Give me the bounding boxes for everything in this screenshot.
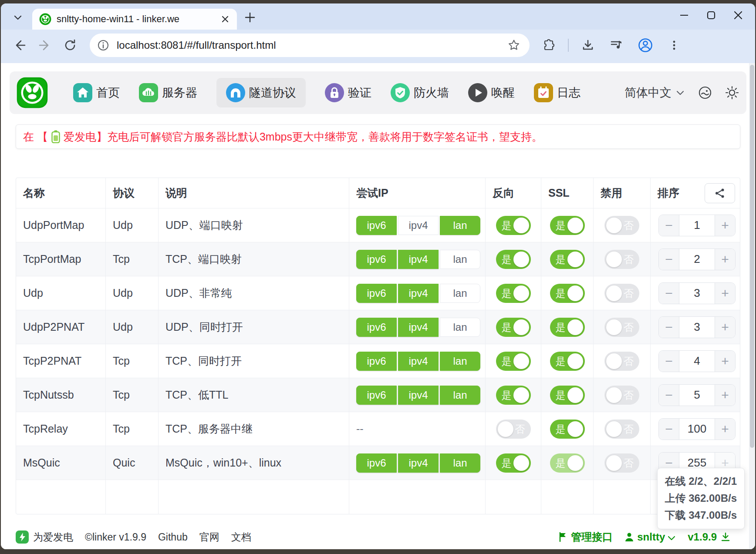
- reverse-toggle[interactable]: 是: [496, 386, 531, 405]
- segment-ipv6[interactable]: ipv6: [356, 352, 397, 371]
- user-menu[interactable]: snltty: [624, 531, 676, 543]
- sort-decrease-button[interactable]: −: [659, 351, 679, 372]
- segment-ipv4[interactable]: ipv4: [398, 386, 439, 405]
- segment-lan[interactable]: lan: [440, 284, 480, 303]
- nav-item-server[interactable]: 服务器: [139, 83, 197, 102]
- nav-item-home[interactable]: 首页: [73, 83, 120, 102]
- minimize-button[interactable]: [671, 4, 698, 27]
- segment-ipv6[interactable]: ipv6: [356, 453, 397, 473]
- segment-lan[interactable]: lan: [440, 386, 480, 405]
- sort-value-input[interactable]: 2: [679, 249, 715, 270]
- nav-item-log[interactable]: 日志: [534, 83, 580, 102]
- banner-sponsor-link[interactable]: 爱发电】: [64, 130, 107, 144]
- segment-ipv4[interactable]: ipv4: [398, 318, 439, 337]
- ssl-toggle[interactable]: 是: [550, 318, 585, 337]
- segment-ipv4[interactable]: ipv4: [398, 284, 439, 303]
- nav-item-tunnel-active[interactable]: 隧道协议: [216, 78, 306, 107]
- segment-lan[interactable]: lan: [440, 250, 480, 269]
- nav-item-firewall[interactable]: 防火墙: [391, 83, 449, 102]
- browser-tab[interactable]: snltty-home-win11 - linker.we: [32, 9, 237, 30]
- close-window-button[interactable]: [725, 4, 752, 27]
- sort-value-input[interactable]: 100: [679, 419, 715, 440]
- tab-search-button[interactable]: [9, 9, 27, 26]
- reverse-toggle[interactable]: 是: [496, 216, 531, 235]
- disabled-toggle[interactable]: 否: [604, 250, 639, 269]
- sort-increase-button[interactable]: +: [715, 419, 735, 440]
- maximize-button[interactable]: [698, 4, 725, 27]
- footer-site-link[interactable]: 官网: [199, 530, 219, 544]
- tab-close-button[interactable]: [219, 13, 232, 26]
- sort-increase-button[interactable]: +: [715, 351, 735, 372]
- ssl-toggle[interactable]: 是: [550, 420, 585, 439]
- sort-value-input[interactable]: 1: [679, 215, 715, 236]
- segment-lan[interactable]: lan: [440, 318, 480, 337]
- sort-decrease-button[interactable]: −: [659, 215, 679, 236]
- browser-menu-button[interactable]: [665, 36, 684, 55]
- sort-decrease-button[interactable]: −: [659, 317, 679, 338]
- sort-decrease-button[interactable]: −: [659, 283, 679, 304]
- sort-value-input[interactable]: 3: [679, 283, 715, 304]
- downloads-button[interactable]: [578, 36, 597, 55]
- admin-api-button[interactable]: 管理接口: [558, 530, 613, 544]
- ssl-toggle[interactable]: 是: [550, 386, 585, 405]
- segment-lan[interactable]: lan: [440, 216, 480, 235]
- segment-lan[interactable]: lan: [440, 352, 480, 371]
- version-download-link[interactable]: v1.9.9: [688, 531, 733, 543]
- back-button[interactable]: [10, 35, 30, 55]
- nav-item-verify[interactable]: 验证: [325, 83, 371, 102]
- ssl-toggle[interactable]: 是: [550, 216, 585, 235]
- sort-value-input[interactable]: 4: [679, 351, 715, 372]
- url-bar[interactable]: localhost:8081/#/full/transport.html: [90, 34, 530, 57]
- footer-github-link[interactable]: Github: [158, 531, 188, 543]
- disabled-toggle[interactable]: 否: [604, 420, 639, 439]
- linker-logo[interactable]: [17, 77, 48, 108]
- sort-increase-button[interactable]: +: [715, 317, 735, 338]
- extensions-button[interactable]: [539, 36, 558, 55]
- ssl-toggle[interactable]: 是: [550, 250, 585, 269]
- new-tab-button[interactable]: [241, 9, 259, 26]
- ssl-toggle[interactable]: 是: [550, 352, 585, 371]
- segment-ipv4[interactable]: ipv4: [398, 216, 439, 235]
- sort-decrease-button[interactable]: −: [659, 249, 679, 270]
- reverse-toggle[interactable]: 否: [496, 420, 531, 439]
- share-button[interactable]: [705, 183, 735, 203]
- segment-ipv6[interactable]: ipv6: [356, 216, 397, 235]
- ssl-toggle[interactable]: 是: [550, 453, 585, 473]
- bookmark-star-button[interactable]: [506, 37, 522, 53]
- segment-ipv6[interactable]: ipv6: [356, 318, 397, 337]
- sort-increase-button[interactable]: +: [715, 385, 735, 406]
- page-scrollbar[interactable]: [749, 63, 755, 549]
- reverse-toggle[interactable]: 是: [496, 453, 531, 473]
- reverse-toggle[interactable]: 是: [496, 352, 531, 371]
- disabled-toggle[interactable]: 否: [604, 318, 639, 337]
- segment-ipv4[interactable]: ipv4: [398, 352, 439, 371]
- segment-ipv6[interactable]: ipv6: [356, 284, 397, 303]
- reverse-toggle[interactable]: 是: [496, 318, 531, 337]
- scrollbar-thumb[interactable]: [750, 65, 754, 448]
- profile-button[interactable]: [636, 36, 655, 55]
- sort-increase-button[interactable]: +: [715, 215, 735, 236]
- segment-ipv6[interactable]: ipv6: [356, 386, 397, 405]
- media-controls-button[interactable]: [607, 36, 626, 55]
- disabled-toggle[interactable]: 否: [604, 216, 639, 235]
- language-selector[interactable]: 简体中文: [624, 85, 685, 101]
- light-mode-button[interactable]: [725, 85, 739, 100]
- disabled-toggle[interactable]: 否: [604, 453, 639, 473]
- segment-ipv4[interactable]: ipv4: [398, 453, 439, 473]
- ssl-toggle[interactable]: 是: [550, 284, 585, 303]
- disabled-toggle[interactable]: 否: [604, 386, 639, 405]
- disabled-toggle[interactable]: 否: [604, 352, 639, 371]
- sort-increase-button[interactable]: +: [715, 249, 735, 270]
- theme-mode-button[interactable]: [698, 85, 712, 100]
- reverse-toggle[interactable]: 是: [496, 284, 531, 303]
- reverse-toggle[interactable]: 是: [496, 250, 531, 269]
- segment-lan[interactable]: lan: [440, 453, 480, 473]
- segment-ipv4[interactable]: ipv4: [398, 250, 439, 269]
- reload-button[interactable]: [60, 35, 80, 55]
- disabled-toggle[interactable]: 否: [604, 284, 639, 303]
- sort-decrease-button[interactable]: −: [659, 385, 679, 406]
- sort-value-input[interactable]: 5: [679, 385, 715, 406]
- sort-decrease-button[interactable]: −: [659, 419, 679, 440]
- segment-ipv6[interactable]: ipv6: [356, 250, 397, 269]
- site-info-icon[interactable]: [96, 38, 111, 53]
